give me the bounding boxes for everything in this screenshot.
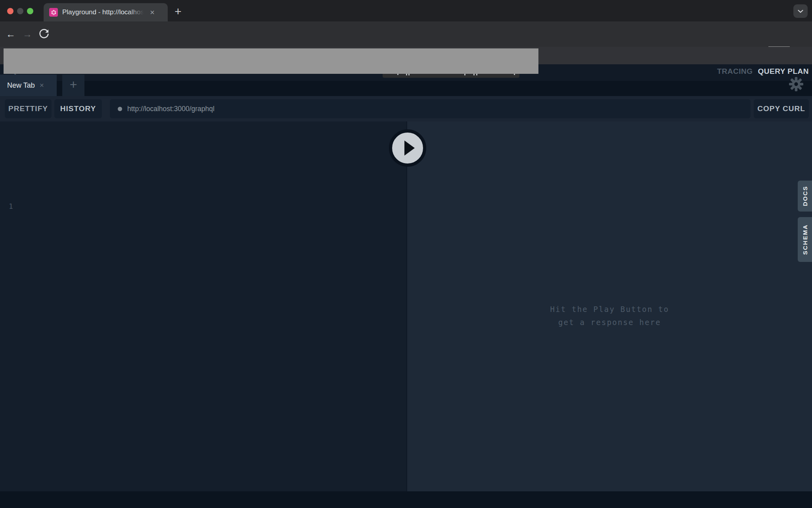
playground-toolbar: PRETTIFY HISTORY http://localhost:3000/g… <box>0 96 812 121</box>
endpoint-status-dot <box>118 107 122 111</box>
traffic-light-close-button[interactable] <box>7 8 13 14</box>
traffic-light-zoom-button[interactable] <box>27 8 33 14</box>
query-editor-pane[interactable]: 1 <box>0 121 406 491</box>
schema-side-tab[interactable]: SCHEMA <box>798 217 812 262</box>
new-tab-button[interactable]: + <box>171 5 185 19</box>
tab-title-fade <box>129 8 146 17</box>
endpoint-url: http://localhost:3000/graphql <box>127 105 214 113</box>
forward-icon[interactable]: → <box>21 28 34 40</box>
history-button[interactable]: HISTORY <box>54 99 102 118</box>
redacted-bookmarks-overlay <box>4 48 538 74</box>
tab-close-icon[interactable]: × <box>147 8 157 16</box>
graphql-favicon-icon <box>49 8 58 17</box>
browser-tab-strip: Playground - http://localhost: × + <box>0 0 812 21</box>
playground-session-tab[interactable]: New Tab × <box>0 75 57 96</box>
graphql-playground: New Tab × + <box>0 64 812 508</box>
copy-curl-button[interactable]: COPY CURL <box>754 99 809 118</box>
add-session-tab-button[interactable]: + <box>62 75 84 96</box>
session-tab-close-icon[interactable]: × <box>40 81 44 90</box>
browser-tab-title: Playground - http://localhost: <box>62 8 146 17</box>
play-button[interactable] <box>389 129 426 167</box>
tab-search-button[interactable] <box>793 4 808 18</box>
prettify-button[interactable]: PRETTIFY <box>5 99 52 118</box>
back-icon[interactable]: ← <box>4 28 17 40</box>
browser-window: Playground - http://localhost: × + ← → <box>0 0 812 508</box>
response-hint-text: Hit the Play Button to get a response he… <box>407 303 812 329</box>
endpoint-input[interactable]: http://localhost:3000/graphql <box>110 99 751 118</box>
browser-navbar: ← → localhost:3000/graphql G <box>0 21 812 47</box>
session-tab-label: New Tab <box>7 81 35 90</box>
playground-tab-bar: New Tab × + <box>0 75 812 96</box>
editor-line-number: 1 <box>9 202 13 210</box>
traffic-light-minimize-button[interactable] <box>17 8 23 14</box>
settings-gear-icon[interactable] <box>788 76 804 92</box>
play-icon <box>404 140 415 156</box>
docs-side-tab[interactable]: DOCS <box>798 181 812 212</box>
reload-icon[interactable] <box>38 28 50 40</box>
browser-tab[interactable]: Playground - http://localhost: × <box>44 3 168 21</box>
chevron-down-icon <box>796 6 805 16</box>
